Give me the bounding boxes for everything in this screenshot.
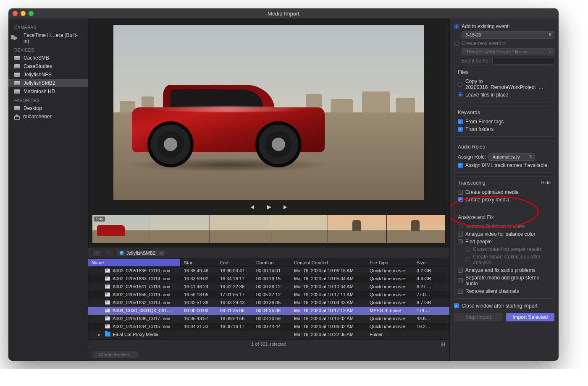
sidebar-item-label: CaseStudies	[24, 63, 52, 69]
home-icon	[14, 115, 20, 119]
sidebar-item-label: JellyfishNFS	[24, 72, 52, 78]
col-duration[interactable]: Duration	[253, 259, 291, 266]
assign-role-select[interactable]: Automatically	[488, 153, 535, 161]
ixml-checkbox[interactable]: Assign iXML track names if available	[458, 162, 551, 169]
hide-link[interactable]: Hide	[541, 180, 551, 185]
clip-icon	[105, 300, 110, 305]
table-row[interactable]: A002_02051641_C018.mov16:41:46:2416:42:2…	[88, 283, 449, 291]
table-row[interactable]: A002_02051634_C015.mov16:34:31:3316:35:1…	[88, 323, 449, 331]
clip-icon	[105, 292, 110, 297]
analyze-fix-section: Analyze and Fix Remove Pulldown in video…	[454, 211, 554, 299]
fix-checkbox: Consolidate find people results	[458, 245, 551, 253]
drive-icon	[14, 106, 20, 110]
status-bar: 1 of 301 selected ⊞	[88, 339, 449, 348]
col-start[interactable]: Start	[181, 259, 217, 266]
table-row[interactable]: ▸Final Cut Proxy MediaMar 16, 2020 at 10…	[88, 331, 449, 339]
prev-button[interactable]	[249, 204, 255, 211]
col-size[interactable]: Size	[413, 259, 436, 266]
clip-icon	[105, 308, 110, 313]
fix-checkbox[interactable]: Remove silent channels	[458, 287, 551, 295]
sidebar-item[interactable]: Desktop	[8, 104, 88, 112]
browser-area: 1:35 ‹ › JellyfishSMB2 Name Start End Du…	[88, 18, 449, 361]
checkbox-icon	[465, 257, 470, 262]
folder-icon	[105, 332, 110, 336]
section-title: Analyze and Fix	[458, 214, 551, 220]
filmstrip-thumb[interactable]	[387, 215, 445, 243]
sidebar-item[interactable]: raibarchener	[8, 112, 88, 121]
checkbox-icon	[454, 303, 459, 308]
sidebar-item[interactable]: JellyfishNFS	[8, 70, 88, 79]
table-row[interactable]: A002_02051632_C013.mov16:32:51:3816:33:2…	[88, 299, 449, 307]
section-title: Audio Roles	[458, 144, 551, 150]
nav-back-button[interactable]: ‹	[92, 249, 102, 257]
sidebar-heading: FAVORITES	[8, 96, 88, 104]
filmstrip-thumb[interactable]: 1:35	[92, 215, 151, 243]
optimized-media-checkbox[interactable]: Create optimized media	[458, 188, 551, 196]
clip-table: Name Start End Duration Content Created …	[88, 259, 449, 339]
fix-checkbox[interactable]: Analyze and fix audio problems	[458, 266, 551, 274]
table-row[interactable]: A004_C030_0331QK_001.…00:00:00:0000:01:3…	[88, 307, 449, 315]
import-selected-button[interactable]: Import Selected	[506, 313, 555, 321]
table-row[interactable]: A002_02051636_C017.mov16:36:43:5716:39:5…	[88, 315, 449, 323]
col-content-created[interactable]: Content Created	[291, 259, 366, 266]
existing-event-select[interactable]: 3-16-20	[462, 31, 554, 39]
path-bar: ‹ › JellyfishSMB2	[88, 247, 449, 259]
col-name[interactable]: Name	[88, 259, 181, 266]
volume-icon	[120, 251, 124, 255]
sidebar-item-label: Desktop	[24, 105, 42, 111]
source-sidebar: CAMERASFaceTime H…era (Built-in)DEVICESC…	[8, 18, 88, 361]
finder-tags-checkbox[interactable]: From Finder tags	[458, 118, 551, 125]
checkbox-icon	[458, 119, 463, 124]
checkbox-icon	[458, 289, 463, 294]
section-title: TranscodingHide	[458, 180, 551, 186]
fix-checkbox[interactable]: Find people	[458, 238, 551, 245]
sidebar-item[interactable]: JellyfishSMB2	[8, 79, 88, 87]
transport-controls	[113, 200, 424, 215]
from-folders-checkbox[interactable]: From folders	[458, 125, 551, 133]
table-row[interactable]: A002_02051635_C016.mov16:35:49:4616:36:0…	[88, 267, 449, 275]
filmstrip-thumb[interactable]	[328, 215, 386, 243]
add-existing-radio[interactable]: Add to existing event:	[454, 23, 554, 30]
fix-checkbox[interactable]: Separate mono and group stereo audio	[458, 274, 551, 287]
sidebar-item[interactable]: FaceTime H…era (Built-in)	[8, 31, 88, 45]
sidebar-item[interactable]: CacheSMB	[8, 54, 88, 62]
table-header[interactable]: Name Start End Duration Content Created …	[88, 259, 449, 267]
drive-icon	[14, 81, 20, 85]
clip-icon	[105, 324, 110, 329]
video-preview[interactable]	[113, 25, 424, 200]
create-archive-button[interactable]: Create Archive...	[92, 351, 139, 358]
sidebar-item-label: FaceTime H…era (Built-in)	[24, 32, 82, 44]
filmstrip-thumb[interactable]	[151, 215, 210, 243]
table-row[interactable]: A002_02051656_C019.mov16:56:18:0517:01:5…	[88, 291, 449, 299]
checkbox-icon	[465, 247, 470, 252]
proxy-media-checkbox[interactable]: Create proxy media	[458, 196, 551, 203]
preview-area	[88, 18, 449, 215]
media-import-window: Media Import CAMERASFaceTime H…era (Buil…	[8, 8, 559, 361]
location-dropdown[interactable]: JellyfishSMB2	[116, 249, 166, 257]
row-name: A002_02051632_C013.mov	[113, 300, 170, 305]
create-new-radio[interactable]: Create new event in:	[454, 39, 554, 47]
sidebar-item[interactable]: Macintosh HD	[8, 87, 88, 96]
col-end[interactable]: End	[217, 259, 253, 266]
view-toggle-icon[interactable]: ⊞	[441, 341, 445, 347]
col-file-type[interactable]: File Type	[366, 259, 413, 266]
filmstrip-thumb[interactable]	[269, 215, 328, 243]
fix-checkbox[interactable]: Analyze video for balance color	[458, 230, 551, 238]
nav-forward-button[interactable]: ›	[104, 249, 113, 257]
play-button[interactable]	[265, 204, 272, 211]
copy-to-radio[interactable]: Copy to 20200316_RemoteWorkProject_…	[458, 78, 551, 91]
sidebar-heading: DEVICES	[8, 45, 88, 54]
assign-role-label: Assign Role:	[458, 154, 486, 160]
leave-in-place-radio[interactable]: Leave files in place	[458, 91, 551, 99]
filmstrip-thumb[interactable]	[210, 215, 268, 243]
row-name: A002_02051635_C016.mov	[113, 268, 170, 273]
next-button[interactable]	[282, 204, 289, 211]
table-row[interactable]: A002_02051633_C014.mov16:33:59:0216:34:1…	[88, 275, 449, 283]
sidebar-item[interactable]: CaseStudies	[8, 62, 88, 70]
filmstrip[interactable]: 1:35	[88, 215, 449, 247]
row-name: A002_02051633_C014.mov	[113, 276, 170, 281]
selection-count: 1 of 301 selected	[251, 342, 286, 347]
checkbox-icon	[458, 127, 463, 132]
close-window-checkbox[interactable]: Close window after starting import	[454, 302, 554, 310]
radio-icon	[458, 92, 463, 97]
